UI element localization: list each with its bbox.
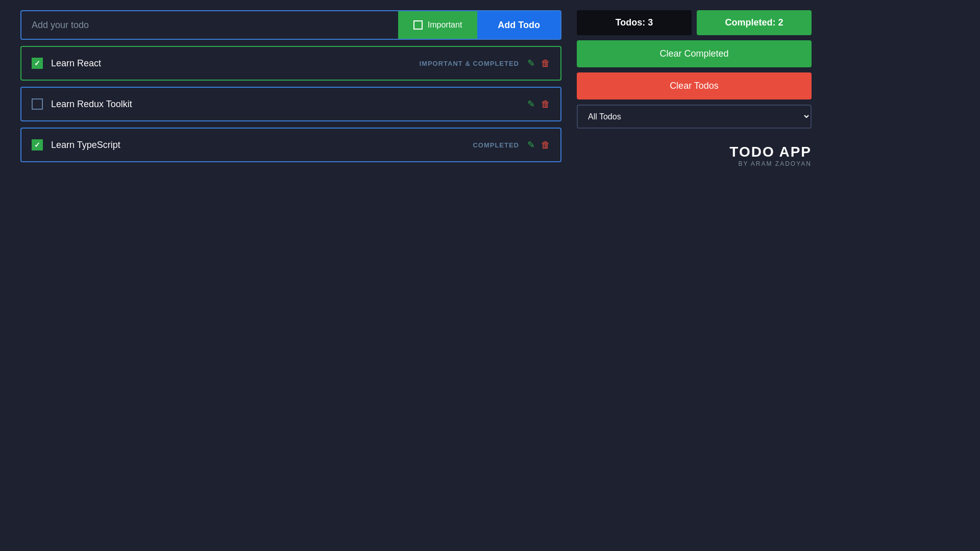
stats-row: Todos: 3 Completed: 2 <box>577 10 812 35</box>
delete-icon-1[interactable]: 🗑 <box>541 58 550 69</box>
edit-icon-3[interactable]: ✎ <box>527 139 535 151</box>
todo-checkbox-2[interactable] <box>32 98 43 110</box>
edit-icon-1[interactable]: ✎ <box>527 58 535 69</box>
filter-select[interactable]: All Todos Active Completed Important <box>577 105 812 129</box>
todo-item: Learn TypeScript COMPLETED ✎ 🗑 <box>20 128 561 162</box>
add-todo-button[interactable]: Add Todo <box>477 11 560 39</box>
todo-status-3: COMPLETED <box>473 141 519 149</box>
delete-icon-2[interactable]: 🗑 <box>541 99 550 110</box>
todo-input[interactable] <box>21 11 398 39</box>
todo-status-1: IMPORTANT & COMPLETED <box>419 60 519 67</box>
todos-count-badge: Todos: 3 <box>577 10 692 35</box>
app-author: BY ARAM ZADOYAN <box>577 160 812 167</box>
sidebar-panel: Todos: 3 Completed: 2 Clear Completed Cl… <box>577 10 812 541</box>
todo-item: Learn Redux Toolkit ✎ 🗑 <box>20 87 561 121</box>
important-button-label: Important <box>428 20 462 30</box>
todo-label-2: Learn Redux Toolkit <box>51 99 519 110</box>
todo-checkbox-3[interactable] <box>32 139 43 151</box>
todo-label-1: Learn React <box>51 58 419 69</box>
add-todo-row: Important Add Todo <box>20 10 561 40</box>
edit-icon-2[interactable]: ✎ <box>527 98 535 110</box>
todo-label-3: Learn TypeScript <box>51 140 473 151</box>
todo-item: Learn React IMPORTANT & COMPLETED ✎ 🗑 <box>20 46 561 81</box>
todo-actions-1: ✎ 🗑 <box>527 58 550 69</box>
clear-todos-button[interactable]: Clear Todos <box>577 72 812 99</box>
todo-checkbox-1[interactable] <box>32 58 43 69</box>
app-title: TODO APP <box>577 144 812 160</box>
important-button[interactable]: Important <box>398 11 478 39</box>
important-checkbox-icon <box>413 20 423 30</box>
todo-list-panel: Important Add Todo Learn React IMPORTANT… <box>20 10 561 541</box>
delete-icon-3[interactable]: 🗑 <box>541 140 550 151</box>
clear-completed-button[interactable]: Clear Completed <box>577 40 812 67</box>
app-branding: TODO APP BY ARAM ZADOYAN <box>577 144 812 167</box>
todo-actions-2: ✎ 🗑 <box>527 98 550 110</box>
completed-count-badge: Completed: 2 <box>697 10 812 35</box>
todo-actions-3: ✎ 🗑 <box>527 139 550 151</box>
